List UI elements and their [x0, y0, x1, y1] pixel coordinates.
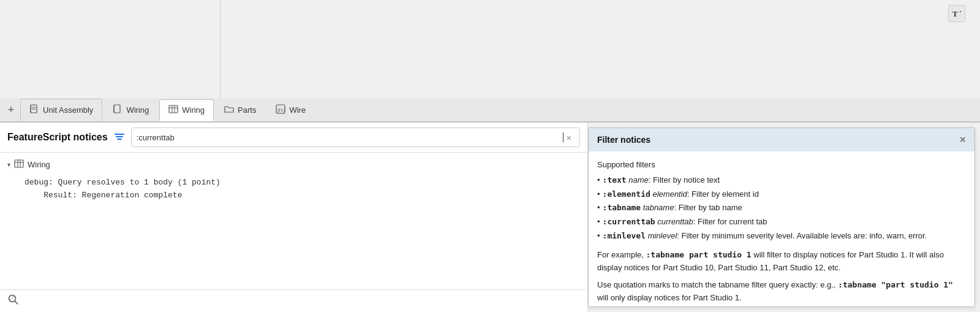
svg-rect-4	[30, 108, 31, 110]
filter-tooltip-panel: Filter notices × Supported filters • :te…	[588, 127, 975, 307]
filter-input-container: ×	[131, 127, 580, 147]
notice-group: ▾ Wiring debug: Query resolves to 1 body…	[0, 155, 587, 205]
svg-rect-11	[113, 111, 115, 112]
notebook-icon	[29, 104, 39, 116]
tab-label: Unit Assembly	[43, 105, 93, 115]
chevron-down-icon: ▾	[7, 161, 10, 168]
filter-toggle-button[interactable]	[113, 131, 126, 144]
group-name: Wiring	[28, 160, 50, 169]
notebook-icon-2	[113, 104, 123, 116]
notice-item: debug: Query resolves to 1 body (1 point…	[0, 174, 587, 205]
outer-right: Filter notices × Supported filters • :te…	[588, 123, 980, 312]
notices-list: ▾ Wiring debug: Query resolves to 1 body…	[0, 153, 587, 289]
tab-label: Parts	[238, 105, 256, 115]
tab-wiring-2[interactable]: Wiring	[159, 99, 214, 121]
tab-bar: + Unit Assembly	[0, 98, 980, 123]
svg-rect-8	[114, 105, 120, 113]
tab-unit-assembly[interactable]: Unit Assembly	[20, 99, 102, 121]
tab-label: Wiring	[182, 105, 205, 115]
tooltip-body: Supported filters • :text name: Filter b…	[589, 151, 974, 306]
filter-item-minlevel: • :minlevel minlevel: Filter by minimum …	[597, 230, 966, 243]
filter-input[interactable]	[137, 133, 562, 142]
bottom-bar	[0, 289, 587, 312]
notice-group-header[interactable]: ▾ Wiring	[0, 155, 587, 174]
filter-item-text: • :text name: Filter by notice text	[597, 174, 966, 187]
notices-title: FeatureScript notices	[7, 132, 108, 143]
filter-list: • :text name: Filter by notice text • :e…	[597, 174, 966, 243]
table-icon-group	[14, 159, 24, 170]
tab-wiring-1[interactable]: Wiring	[104, 99, 158, 121]
svg-line-23	[15, 301, 18, 304]
tooltip-close-button[interactable]: ×	[959, 134, 966, 145]
add-tab-button[interactable]: +	[2, 101, 20, 118]
svg-line-24	[10, 296, 14, 300]
supported-filters-heading: Supported filters	[597, 159, 966, 172]
filter-item-tabname: • :tabname tabname: Filter by tab name	[597, 202, 966, 215]
tab-parts[interactable]: Parts	[215, 99, 265, 121]
svg-text:f(x): f(x)	[277, 107, 285, 113]
clear-filter-button[interactable]: ×	[564, 132, 575, 143]
svg-rect-18	[15, 160, 23, 167]
svg-rect-3	[30, 106, 31, 107]
exact-match-paragraph: Use quotation marks to match the tabname…	[597, 279, 966, 305]
filter-item-currenttab: • :currenttab currenttab: Filter for cur…	[597, 216, 966, 229]
tab-label: Wire	[289, 105, 306, 115]
notices-header: FeatureScript notices ×	[0, 123, 587, 153]
svg-rect-5	[30, 111, 31, 112]
table-icon	[168, 104, 178, 116]
svg-rect-10	[113, 108, 115, 110]
example-paragraph: For example, :tabname part studio 1 will…	[597, 249, 966, 275]
text-format-icon[interactable]: T	[948, 5, 965, 22]
svg-text:T: T	[952, 9, 958, 18]
search-notices-icon[interactable]	[7, 294, 20, 308]
function-icon: f(x)	[276, 104, 285, 116]
tooltip-title: Filter notices	[597, 135, 650, 145]
filter-item-elementid: • :elementid elementid: Filter by elemen…	[597, 188, 966, 201]
folder-icon	[224, 104, 234, 116]
tooltip-header: Filter notices ×	[589, 128, 974, 151]
svg-rect-9	[113, 106, 115, 107]
notices-panel: FeatureScript notices × ▾	[0, 123, 588, 312]
svg-rect-12	[169, 105, 178, 113]
tab-wire[interactable]: f(x) Wire	[266, 99, 315, 121]
tab-label: Wiring	[126, 105, 149, 115]
